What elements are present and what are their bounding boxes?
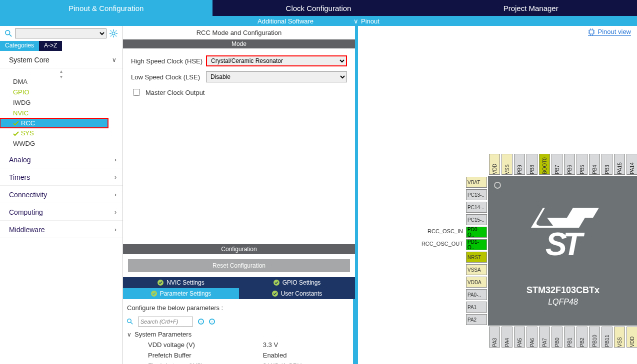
pin-pb3[interactable]: PB3 <box>602 154 612 175</box>
tab-user-constants[interactable]: User Constants <box>239 288 355 299</box>
check-icon <box>13 131 19 137</box>
ok-icon <box>158 280 164 286</box>
dropdown-pinout[interactable]: ∨ Pinout <box>354 17 380 25</box>
hse-select[interactable]: Crystal/Ceramic Resonator <box>206 55 347 66</box>
pin-pb8[interactable]: PB8 <box>526 154 538 175</box>
pin-vbat[interactable]: VBAT <box>466 177 487 188</box>
search-icon <box>127 319 133 325</box>
cat-timers[interactable]: Timers› <box>0 168 122 186</box>
svg-rect-17 <box>590 30 594 34</box>
cat-connectivity[interactable]: Connectivity› <box>0 186 122 203</box>
gear-icon[interactable] <box>110 29 118 37</box>
item-wwdg[interactable]: WWDG <box>13 138 108 149</box>
pin-vss[interactable]: VSS <box>502 154 512 175</box>
side-tab-categories[interactable]: Categories <box>0 41 39 51</box>
svg-point-2 <box>112 32 115 35</box>
pin-vdd[interactable]: VDD <box>489 154 500 175</box>
param-search[interactable] <box>138 317 193 327</box>
param-row[interactable]: Prefetch BufferEnabled <box>128 351 347 360</box>
pin-boot0[interactable]: BOOT0 <box>539 154 550 175</box>
pin-pa7[interactable]: PA7 <box>539 327 550 348</box>
tab-gpio-settings[interactable]: GPIO Settings <box>239 277 355 288</box>
config-hint: Configure the below parameters : <box>127 302 348 314</box>
param-row[interactable]: Flash Latency(WS)0 WS (1 CPU cy <box>128 361 347 364</box>
pin-vss[interactable]: VSS <box>614 327 625 348</box>
chip-icon <box>588 28 595 35</box>
pin-pc14[interactable]: PC14-.. <box>466 202 487 213</box>
pin-pb2[interactable]: PB2 <box>576 327 588 348</box>
pin-nrst[interactable]: NRST <box>466 252 487 263</box>
mco-label: Master Clock Output <box>146 89 205 96</box>
pin-pb7[interactable]: PB7 <box>552 154 562 175</box>
chip-view[interactable]: ST STM32F103CBTx LQFP48 RCC_OSC_IN RCC_O… <box>413 151 637 351</box>
tab-parameter-settings[interactable]: Parameter Settings <box>123 288 239 299</box>
tab-pinout-config[interactable]: Pinout & Configuration <box>0 0 212 16</box>
pin-vdd[interactable]: VDD <box>626 327 637 348</box>
pin-pb6[interactable]: PB6 <box>564 154 575 175</box>
pin-pd1o[interactable]: PD1-O.. <box>466 239 487 250</box>
svg-line-10 <box>116 30 116 31</box>
pin-pa4[interactable]: PA4 <box>502 327 512 348</box>
pin-pb4[interactable]: PB4 <box>589 154 600 175</box>
mco-checkbox[interactable] <box>133 89 140 96</box>
pin-pb9[interactable]: PB9 <box>514 154 525 175</box>
main-tab-bar: Pinout & Configuration Clock Configurati… <box>0 0 637 16</box>
cat-analog[interactable]: Analog› <box>0 151 122 168</box>
sub-bar: Additional Software ∨ Pinout <box>0 16 637 26</box>
pin-pa3[interactable]: PA3 <box>489 327 500 348</box>
param-header[interactable]: ∨System Parameters <box>127 330 348 339</box>
check-icon <box>13 120 19 126</box>
ok-icon <box>151 291 157 297</box>
pin-pd0o[interactable]: PD0-O.. <box>466 227 487 238</box>
pin-pb10[interactable]: PB10 <box>589 327 600 348</box>
pin-vdda[interactable]: VDDA <box>466 277 487 288</box>
pin-pb1[interactable]: PB1 <box>564 327 575 348</box>
svg-line-8 <box>116 35 116 36</box>
ok-icon <box>274 280 280 286</box>
chip-package: LQFP48 <box>548 298 578 307</box>
ext-label-osc-in: RCC_OSC_IN <box>413 228 463 234</box>
item-gpio[interactable]: GPIO <box>13 87 108 97</box>
chip-body: ST STM32F103CBTx LQFP48 <box>488 176 637 326</box>
param-row[interactable]: VDD voltage (V)3.3 V <box>128 340 347 350</box>
pin-pa0[interactable]: PA0-.. <box>466 289 487 300</box>
tab-nvic-settings[interactable]: NVIC Settings <box>123 277 239 288</box>
component-search[interactable] <box>15 28 106 38</box>
pin-pa5[interactable]: PA5 <box>514 327 525 348</box>
pin-pc13[interactable]: PC13-.. <box>466 189 487 200</box>
item-nvic[interactable]: NVIC <box>13 108 108 118</box>
lse-select[interactable]: Disable <box>206 71 347 82</box>
svg-point-15 <box>128 319 132 323</box>
next-result-button[interactable]: › <box>209 319 215 325</box>
cat-middleware[interactable]: Middleware› <box>0 221 122 238</box>
cat-system-core[interactable]: System Core∨ <box>0 51 122 68</box>
pin-pb11[interactable]: PB11 <box>602 327 612 348</box>
tab-clock-config[interactable]: Clock Configuration <box>212 0 425 16</box>
item-dma[interactable]: DMA <box>13 76 108 87</box>
sort-toggle[interactable]: ▴▾ <box>0 68 122 74</box>
pin-pa1[interactable]: PA1 <box>466 302 487 313</box>
mode-header: Mode <box>123 39 355 48</box>
item-sys[interactable]: SYS <box>13 128 108 138</box>
pin-pb5[interactable]: PB5 <box>576 154 588 175</box>
reset-config-button[interactable]: Reset Configuration <box>128 259 350 272</box>
ok-icon <box>272 291 278 297</box>
search-icon <box>5 30 12 37</box>
cat-computing[interactable]: Computing› <box>0 203 122 221</box>
lse-label: Low Speed Clock (LSE) <box>131 73 206 81</box>
side-tab-az[interactable]: A->Z <box>39 41 62 51</box>
pin-pa6[interactable]: PA6 <box>526 327 538 348</box>
pin-pa2[interactable]: PA2 <box>466 314 487 325</box>
pin-pb0[interactable]: PB0 <box>552 327 562 348</box>
pin-vssa[interactable]: VSSA <box>466 264 487 275</box>
pin-pa15[interactable]: PA15 <box>614 154 625 175</box>
link-additional-software[interactable]: Additional Software <box>258 17 314 25</box>
item-rcc[interactable]: RCC <box>0 118 108 128</box>
tab-project-manager[interactable]: Project Manager <box>424 0 637 16</box>
pinout-view-button[interactable]: Pinout view <box>588 28 631 36</box>
pin-pc15[interactable]: PC15-.. <box>466 214 487 225</box>
pin-pa14[interactable]: PA14 <box>626 154 637 175</box>
item-iwdg[interactable]: IWDG <box>13 97 108 108</box>
svg-line-1 <box>10 34 12 36</box>
prev-result-button[interactable]: ‹ <box>198 319 204 325</box>
